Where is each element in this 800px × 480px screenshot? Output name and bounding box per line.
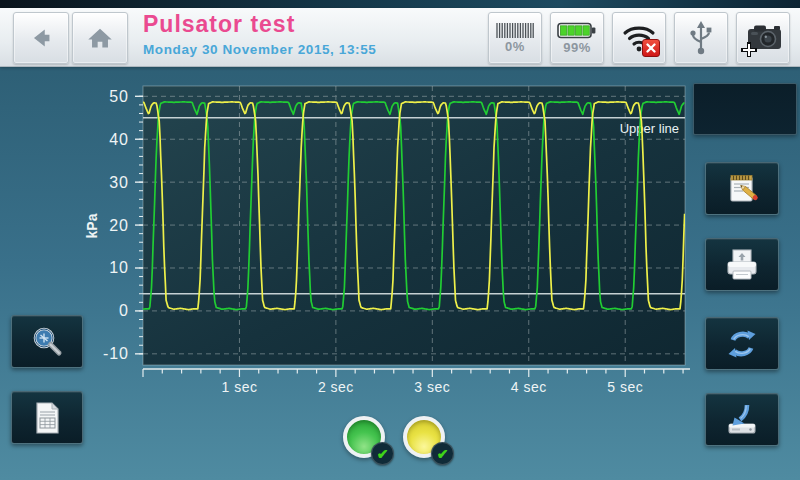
wifi-error-badge [642, 39, 660, 57]
check-icon: ✔ [371, 442, 394, 465]
save-button[interactable] [705, 393, 779, 446]
top-status-strip [0, 0, 800, 8]
battery-value: 99% [563, 40, 591, 55]
svg-text:30: 30 [109, 174, 129, 191]
home-icon [85, 23, 115, 53]
title-block: Pulsator test Monday 30 November 2015, 1… [143, 11, 376, 57]
svg-text:4 sec: 4 sec [511, 379, 547, 395]
refresh-icon [723, 326, 761, 362]
yellow-channel-indicator[interactable]: ✔ [403, 416, 445, 458]
memory-usage-tile[interactable]: 0% [488, 12, 542, 64]
print-button[interactable] [705, 238, 779, 291]
notes-button[interactable] [705, 162, 779, 215]
wifi-tile[interactable] [612, 12, 666, 64]
report-button[interactable] [11, 391, 83, 444]
pulsator-test-screen: Pulsator test Monday 30 November 2015, 1… [0, 0, 800, 480]
report-icon [31, 400, 63, 436]
waveforms [143, 102, 685, 310]
x-axis: 1 sec2 sec3 sec4 sec5 sec [143, 369, 690, 395]
svg-text:40: 40 [109, 131, 129, 148]
home-button[interactable] [72, 12, 128, 64]
upper-line-label: Upper line [620, 121, 679, 136]
back-icon [26, 23, 56, 53]
save-icon [723, 402, 761, 438]
battery-tile[interactable]: 99% [550, 12, 604, 64]
camera-screenshot-icon [741, 19, 785, 57]
plot-area [143, 86, 685, 365]
notes-icon [723, 171, 761, 207]
svg-text:0: 0 [119, 302, 129, 319]
back-button[interactable] [13, 12, 69, 64]
svg-text:3 sec: 3 sec [414, 379, 450, 395]
green-channel-indicator[interactable]: ✔ [343, 416, 385, 458]
info-display-panel [693, 83, 797, 135]
page-title: Pulsator test [143, 11, 376, 38]
y-axis-title: kPa [84, 213, 100, 238]
svg-text:20: 20 [109, 217, 129, 234]
memory-usage-meter-icon [496, 23, 534, 38]
zoom-icon [29, 325, 65, 359]
battery-icon [557, 22, 597, 39]
svg-text:50: 50 [109, 88, 129, 105]
usb-icon [684, 20, 718, 56]
header-bar: Pulsator test Monday 30 November 2015, 1… [0, 8, 800, 67]
reference-lines: Upper line [143, 118, 685, 294]
svg-text:-10: -10 [103, 345, 129, 362]
svg-text:1 sec: 1 sec [221, 379, 257, 395]
screenshot-tile[interactable] [736, 12, 790, 64]
status-tiles: 0% 99% [488, 12, 790, 64]
refresh-button[interactable] [705, 317, 779, 370]
green-pulse-channel [143, 102, 685, 310]
check-icon: ✔ [431, 442, 454, 465]
grid-lines [143, 86, 685, 365]
date-time-label: Monday 30 November 2015, 13:55 [143, 42, 376, 57]
usb-tile[interactable] [674, 12, 728, 64]
print-icon [723, 247, 761, 283]
memory-usage-value: 0% [505, 39, 525, 54]
zoom-button[interactable] [11, 315, 83, 368]
y-axis: -1001020304050kPa [84, 88, 143, 363]
yellow-pulse-channel [143, 102, 685, 310]
svg-text:2 sec: 2 sec [318, 379, 354, 395]
pulsation-chart: Upper line-1001020304050kPa1 sec2 sec3 s… [0, 0, 800, 480]
svg-text:10: 10 [109, 259, 129, 276]
svg-text:5 sec: 5 sec [607, 379, 643, 395]
